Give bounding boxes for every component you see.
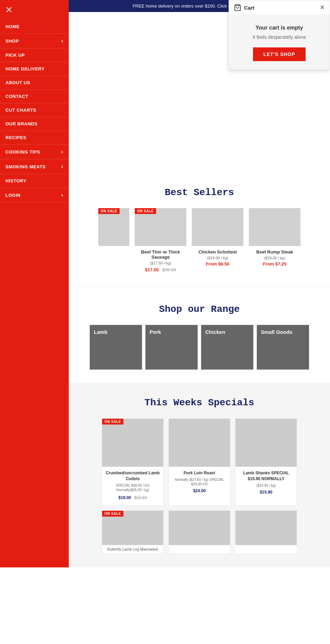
- sidebar-item-smoking-meats[interactable]: SMOKING MEATS ›: [0, 159, 69, 174]
- special-price: $15.90: [235, 490, 297, 495]
- product-card[interactable]: ON SALE Beef Thin or Thick Sausage ($17.…: [135, 208, 186, 273]
- bottom-special-card[interactable]: [168, 510, 230, 554]
- best-sellers-title: Best Sellers: [76, 187, 323, 198]
- cart-header: Cart ✕: [229, 0, 330, 15]
- shop-range-title: Shop our Range: [76, 304, 323, 315]
- chevron-icon: ›: [61, 192, 63, 198]
- product-name: Chicken Schnitzel: [192, 249, 243, 255]
- sidebar-item-home-delivery[interactable]: HOME DELIVERY: [0, 62, 69, 76]
- main-content: FREE home delivery on orders over $150. …: [69, 0, 330, 567]
- sidebar-item-cut-charts[interactable]: CUT CHARTS: [0, 103, 69, 117]
- special-title: Lamb Shanks SPECIAL $15.90 NORMALLY: [235, 470, 297, 482]
- sidebar-item-contact[interactable]: CONTACT: [0, 90, 69, 103]
- best-sellers-grid: ON SALE ON SALE Beef Thin or Thick Sausa…: [76, 208, 323, 273]
- cart-title: Cart: [244, 5, 254, 11]
- specials-title: This Weeks Specials: [76, 397, 323, 408]
- sidebar-item-login[interactable]: LOGIN ›: [0, 188, 69, 203]
- special-card[interactable]: ON SALE Crumbed/uncrumbed Lamb Cutlets S…: [102, 418, 164, 506]
- special-image: [235, 419, 297, 467]
- chevron-icon: ›: [61, 38, 63, 44]
- special-desc: ($16.90 / kg): [235, 483, 297, 488]
- range-label: Pork: [150, 329, 161, 335]
- on-sale-badge: ON SALE: [102, 511, 123, 517]
- sidebar-item-shop[interactable]: SHOP ›: [0, 34, 69, 48]
- cart-empty-subtitle: It feels desperately alone: [234, 34, 324, 40]
- product-sub: ($17.50 / kg): [135, 261, 186, 265]
- special-title: Pork Loin Roast: [169, 470, 230, 476]
- cart-dropdown: Cart ✕ Your cart is empty It feels despe…: [229, 0, 330, 70]
- product-image: [249, 208, 300, 246]
- on-sale-badge: ON SALE: [135, 208, 156, 214]
- bottom-specials-row: ON SALE Butterfly Lamb Leg Marinaded: [76, 510, 323, 554]
- special-card[interactable]: Pork Loin Roast Normally ($27.00 / kg) S…: [168, 418, 230, 506]
- special-price: $24.00: [169, 488, 230, 493]
- specials-section: This Weeks Specials ON SALE Crumbed/uncr…: [69, 384, 330, 567]
- cart-body: Your cart is empty It feels desperately …: [229, 15, 330, 69]
- chevron-icon: ›: [61, 149, 63, 155]
- sidebar-item-recipes[interactable]: RECIPES: [0, 131, 69, 145]
- special-image: [102, 419, 163, 467]
- sidebar-item-home[interactable]: HOME: [0, 20, 69, 34]
- bottom-product-image: [235, 511, 297, 545]
- range-card-lamb[interactable]: Lamb: [90, 325, 142, 370]
- cart-close-button[interactable]: ✕: [320, 4, 325, 11]
- product-card[interactable]: Chicken Schnitzel ($19.00 / kg) From $9.…: [192, 208, 243, 273]
- range-card-small-goods[interactable]: Small Goods: [257, 325, 309, 370]
- range-grid: Lamb Pork Chicken Small Goods: [76, 325, 323, 370]
- product-card[interactable]: Beef Rump Steak ($29.00 / kg) From $7.25: [249, 208, 300, 273]
- product-sub: ($19.00 / kg): [192, 256, 243, 260]
- on-sale-badge: ON SALE: [98, 208, 120, 214]
- sidebar-item-cooking-tips[interactable]: COOKING TIPS ›: [0, 145, 69, 159]
- sidebar-item-our-brands[interactable]: OUR BRANDS: [0, 117, 69, 131]
- product-image: [192, 208, 243, 246]
- best-sellers-section: Best Sellers ON SALE ON SALE Beef Thin o…: [69, 170, 330, 287]
- specials-grid: ON SALE Crumbed/uncrumbed Lamb Cutlets S…: [76, 418, 323, 506]
- range-label: Lamb: [94, 329, 108, 335]
- special-price: $19.00 $22.50: [102, 494, 163, 500]
- lets-shop-button[interactable]: LET'S SHOP: [253, 47, 306, 61]
- sidebar: HOME SHOP › PICK UP HOME DELIVERY ABOUT …: [0, 0, 69, 567]
- sidebar-item-pickup[interactable]: PICK UP: [0, 48, 69, 62]
- bottom-product-label: Butterfly Lamb Leg Marinaded: [102, 545, 163, 553]
- product-name: Beef Thin or Thick Sausage: [135, 249, 186, 260]
- special-card[interactable]: Lamb Shanks SPECIAL $15.90 NORMALLY ($16…: [235, 418, 297, 506]
- special-title: Crumbed/uncrumbed Lamb Cutlets: [102, 470, 163, 482]
- product-price: From $7.25: [249, 261, 300, 267]
- sidebar-item-history[interactable]: HISTORY: [0, 174, 69, 188]
- special-desc: Normally ($27.00 / kg) SPECIAL $24.00 KG: [169, 477, 230, 486]
- cart-icon: [234, 4, 241, 11]
- product-price: From $9.50: [192, 261, 243, 267]
- product-sub: ($29.00 / kg): [249, 256, 300, 260]
- cart-empty-title: Your cart is empty: [234, 25, 324, 31]
- product-card-partial[interactable]: ON SALE: [98, 208, 129, 273]
- close-menu-button[interactable]: [0, 3, 69, 20]
- on-sale-badge: ON SALE: [102, 419, 123, 425]
- chevron-icon: ›: [61, 163, 63, 170]
- special-desc: SPECIAL $38.00 / KG Normally($45.00 / kg…: [102, 483, 163, 492]
- range-label: Chicken: [205, 329, 225, 335]
- special-image: [169, 419, 230, 467]
- range-card-pork[interactable]: Pork: [145, 325, 198, 370]
- product-price: $17.50 $35.00: [135, 267, 186, 273]
- range-label: Small Goods: [261, 329, 293, 335]
- range-card-chicken[interactable]: Chicken: [201, 325, 253, 370]
- product-name: Beef Rump Steak: [249, 249, 300, 255]
- nav-menu: HOME SHOP › PICK UP HOME DELIVERY ABOUT …: [0, 20, 69, 203]
- cart-header-left: Cart: [234, 4, 254, 11]
- bottom-product-image: [169, 511, 230, 545]
- shop-range-section: Shop our Range Lamb Pork Chicken Small G…: [69, 287, 330, 384]
- bottom-special-card[interactable]: ON SALE Butterfly Lamb Leg Marinaded: [102, 510, 164, 554]
- bottom-special-card[interactable]: [235, 510, 297, 554]
- sidebar-item-about[interactable]: ABOUT US: [0, 76, 69, 90]
